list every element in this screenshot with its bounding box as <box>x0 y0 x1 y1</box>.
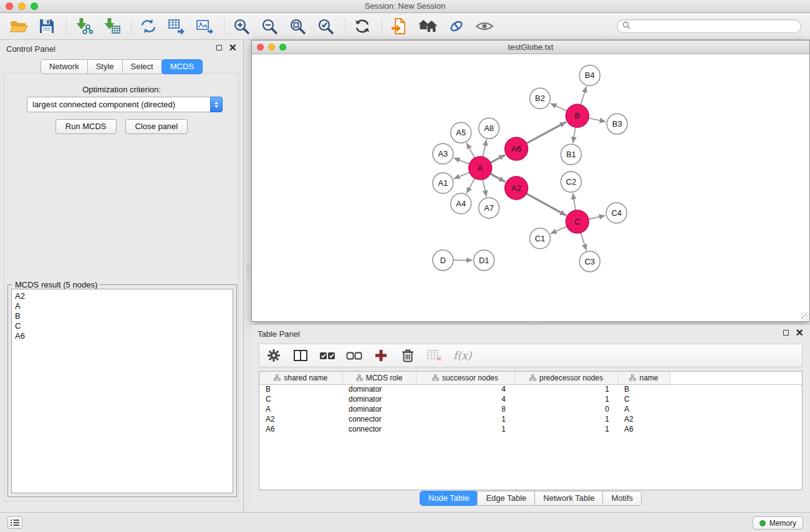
edge-C-C2[interactable] <box>573 193 576 210</box>
graph-node-B3[interactable]: B3 <box>607 114 627 134</box>
cell-name[interactable]: A2 <box>618 414 670 424</box>
zoom-window-button[interactable] <box>31 2 38 10</box>
cell-MCDS-role[interactable]: dominator <box>342 384 416 394</box>
cell-shared-name[interactable]: A6 <box>259 424 342 434</box>
tab-edge-table[interactable]: Edge Table <box>477 491 535 506</box>
cell-predecessor-nodes[interactable]: 1 <box>514 384 618 394</box>
edge-C-C4[interactable] <box>589 215 605 219</box>
vertical-splitter-handle[interactable] <box>246 264 250 281</box>
export-network-icon[interactable] <box>138 16 158 37</box>
graph-node-A1[interactable]: A1 <box>433 173 453 193</box>
cell-MCDS-role[interactable]: connector <box>342 414 416 424</box>
graph-node-C[interactable]: C <box>566 210 589 233</box>
cell-MCDS-role[interactable]: dominator <box>342 394 416 404</box>
close-panel-button[interactable]: ✕ <box>229 44 237 51</box>
table-row[interactable]: A6connector11A6 <box>259 424 802 434</box>
graph-node-A3[interactable]: A3 <box>433 143 453 164</box>
import-network-icon[interactable] <box>74 16 94 37</box>
cell-name[interactable]: A6 <box>618 424 670 434</box>
zoom-out-icon[interactable] <box>259 16 279 37</box>
export-table-icon[interactable] <box>166 16 186 37</box>
graph-node-A[interactable]: A <box>469 157 492 180</box>
close-window-button[interactable] <box>6 2 13 10</box>
export-image-icon[interactable] <box>195 16 215 37</box>
run-mcds-button[interactable]: Run MCDS <box>55 119 117 134</box>
show-panels-list-icon[interactable] <box>7 516 22 529</box>
create-column-icon[interactable] <box>373 347 389 364</box>
memory-button[interactable]: Memory <box>753 516 803 530</box>
edge-A-A8[interactable] <box>483 140 486 157</box>
first-neighbors-icon[interactable] <box>389 16 409 37</box>
zoom-in-icon[interactable] <box>231 16 251 37</box>
table-row[interactable]: Bdominator41B <box>259 384 802 394</box>
save-session-icon[interactable] <box>37 16 57 37</box>
result-item[interactable]: C <box>15 321 229 331</box>
apply-layout-icon[interactable] <box>352 16 372 37</box>
select-all-rows-icon[interactable] <box>319 347 335 364</box>
toolbar-search-field[interactable] <box>617 19 801 33</box>
optimization-dropdown[interactable]: largest connected component (directed) <box>27 97 223 112</box>
cell-predecessor-nodes[interactable]: 1 <box>514 414 618 424</box>
edge-A-A3[interactable] <box>454 158 470 164</box>
graph-node-C1[interactable]: C1 <box>530 228 551 249</box>
graph-node-A7[interactable]: A7 <box>479 198 499 218</box>
graph-node-C2[interactable]: C2 <box>561 172 581 192</box>
cell-name[interactable]: C <box>618 394 670 404</box>
column-header-predecessor-nodes[interactable]: predecessor nodes <box>514 372 618 384</box>
column-header-MCDS-role[interactable]: MCDS role <box>342 372 416 384</box>
cell-predecessor-nodes[interactable]: 1 <box>514 394 618 404</box>
column-header-name[interactable]: name <box>618 372 670 384</box>
column-header-shared-name[interactable]: shared name <box>259 372 342 384</box>
cell-name[interactable]: A <box>618 404 670 414</box>
cell-MCDS-role[interactable]: connector <box>342 424 416 434</box>
network-window-titlebar[interactable]: testGlobe.txt <box>252 41 809 54</box>
graph-node-A4[interactable]: A4 <box>451 193 471 214</box>
open-session-icon[interactable] <box>9 16 29 37</box>
edge-A-A5[interactable] <box>466 143 475 158</box>
float-panel-button[interactable] <box>216 45 222 51</box>
graphics-details-icon[interactable] <box>446 16 466 37</box>
graph-node-C3[interactable]: C3 <box>579 251 600 272</box>
edge-A2-C[interactable] <box>526 193 566 215</box>
result-item[interactable]: A6 <box>15 331 229 341</box>
cell-shared-name[interactable]: A2 <box>259 414 342 424</box>
network-zoom-button[interactable] <box>279 44 286 51</box>
search-input[interactable] <box>634 22 796 31</box>
table-row[interactable]: Cdominator41C <box>259 394 802 404</box>
edge-A-A2[interactable] <box>490 173 505 181</box>
edge-A6-B[interactable] <box>526 122 566 143</box>
graph-node-A8[interactable]: A8 <box>479 118 499 138</box>
function-builder-icon[interactable]: f(x) <box>453 347 471 364</box>
cell-successor-nodes[interactable]: 8 <box>416 404 514 414</box>
minimize-window-button[interactable] <box>18 2 26 10</box>
cell-shared-name[interactable]: A <box>259 404 342 414</box>
graph-node-B4[interactable]: B4 <box>579 65 600 85</box>
cell-MCDS-role[interactable]: dominator <box>342 404 416 414</box>
edge-A-A4[interactable] <box>466 178 475 193</box>
cell-predecessor-nodes[interactable]: 0 <box>514 404 618 414</box>
edge-B-B1[interactable] <box>573 127 576 143</box>
tab-network[interactable]: Network <box>41 59 88 74</box>
cell-shared-name[interactable]: C <box>259 394 342 404</box>
zoom-selected-icon[interactable] <box>316 16 335 37</box>
tab-node-table[interactable]: Node Table <box>420 491 478 506</box>
cell-shared-name[interactable]: B <box>259 384 342 394</box>
edge-B-B4[interactable] <box>581 87 586 105</box>
graph-node-D1[interactable]: D1 <box>474 250 494 271</box>
network-minimize-button[interactable] <box>268 44 275 51</box>
graph-node-B[interactable]: B <box>566 104 589 127</box>
edge-A-A6[interactable] <box>490 155 505 163</box>
cell-successor-nodes[interactable]: 4 <box>416 384 514 394</box>
graph-node-A2[interactable]: A2 <box>505 177 528 200</box>
edge-B-B3[interactable] <box>589 118 606 122</box>
result-item[interactable]: A <box>15 301 229 311</box>
cell-successor-nodes[interactable]: 1 <box>416 414 514 424</box>
toggle-columns-icon[interactable] <box>292 347 309 364</box>
network-close-button[interactable] <box>257 44 264 51</box>
tab-mcds[interactable]: MCDS <box>162 59 203 74</box>
window-resize-grip[interactable] <box>801 312 809 321</box>
cell-successor-nodes[interactable]: 1 <box>416 424 514 434</box>
graph-node-C4[interactable]: C4 <box>606 203 627 223</box>
tab-network-table[interactable]: Network Table <box>534 491 603 506</box>
result-item[interactable]: B <box>15 311 229 321</box>
